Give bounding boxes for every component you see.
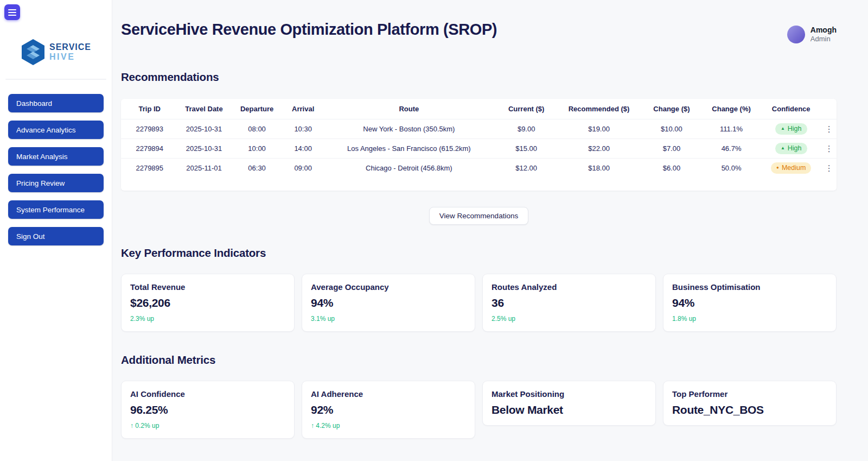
- recommendations-table: Trip ID Travel Date Departure Arrival Ro…: [121, 99, 837, 178]
- cell-recommended: $22.00: [557, 139, 641, 159]
- kpi-delta: 3.1% up: [311, 315, 466, 323]
- logo-wordmark: SERVICE HIVE: [49, 42, 91, 61]
- confidence-label: Medium: [782, 164, 806, 172]
- hamburger-menu-button[interactable]: [4, 4, 20, 20]
- metric-label: AI Confidence: [130, 389, 285, 399]
- cell-confidence: ● Medium: [761, 159, 821, 178]
- kpi-label: Average Occupancy: [311, 282, 466, 292]
- cell-change-pct: 46.7%: [702, 139, 761, 159]
- recommendations-heading: Recommendations: [121, 71, 837, 84]
- kpi-heading: Key Performance Indicators: [121, 247, 837, 260]
- user-chip[interactable]: Amogh Admin: [787, 25, 837, 44]
- sidebar-item-sign-out[interactable]: Sign Out: [8, 227, 104, 245]
- cell-arrival: 10:30: [284, 119, 322, 139]
- confidence-badge-high: ▲ High: [775, 123, 807, 135]
- kpi-value: 94%: [672, 296, 827, 310]
- sidebar: SERVICE HIVE Dashboard Advance Analytics…: [0, 0, 112, 461]
- kpi-card-total-revenue: Total Revenue $26,206 2.3% up: [121, 274, 295, 332]
- sidebar-item-market-analysis[interactable]: Market Analysis: [8, 147, 104, 166]
- table-row: 2279895 2025-11-01 06:30 09:00 Chicago -…: [121, 159, 837, 178]
- cell-route: Chicago - Detroit (456.8km): [322, 159, 496, 178]
- col-arrival: Arrival: [284, 99, 322, 119]
- metric-card-top-performer: Top Performer Route_NYC_BOS: [663, 381, 837, 426]
- cell-change-pct: 50.0%: [702, 159, 761, 178]
- servicehive-hexagon-icon: [21, 39, 46, 66]
- cell-change-pct: 111.1%: [702, 119, 761, 139]
- col-recommended: Recommended ($): [557, 99, 641, 119]
- dot-icon: ●: [776, 166, 779, 170]
- metric-value: Below Market: [492, 403, 647, 416]
- metric-card-ai-confidence: AI Confidence 96.25% ↑ 0.2% up: [121, 381, 295, 439]
- view-recommendations-row: View Recommendations: [121, 207, 837, 225]
- col-departure: Departure: [229, 99, 284, 119]
- cell-trip-id: 2279894: [121, 139, 178, 159]
- cell-travel-date: 2025-10-31: [178, 139, 230, 159]
- hamburger-icon: [8, 9, 16, 10]
- metric-label: AI Adherence: [311, 389, 466, 399]
- row-kebab-menu-icon[interactable]: ⋮: [825, 164, 833, 172]
- logo-line2: HIVE: [49, 52, 91, 62]
- cell-trip-id: 2279895: [121, 159, 178, 178]
- metric-value: 96.25%: [130, 403, 285, 416]
- kpi-delta: 2.5% up: [492, 315, 647, 323]
- triangle-up-icon: ▲: [781, 127, 785, 131]
- cell-current: $12.00: [496, 159, 557, 178]
- col-current: Current ($): [496, 99, 557, 119]
- kpi-label: Routes Analyzed: [492, 282, 647, 292]
- triangle-up-icon: ▲: [781, 146, 785, 150]
- kpi-value: $26,206: [130, 296, 285, 310]
- metric-delta: ↑ 0.2% up: [130, 422, 285, 430]
- kpi-value: 94%: [311, 296, 466, 310]
- confidence-label: High: [788, 144, 802, 152]
- cell-route: New York - Boston (350.5km): [322, 119, 496, 139]
- cell-departure: 10:00: [229, 139, 284, 159]
- additional-metrics-heading: Additional Metrics: [121, 353, 837, 367]
- logo-line1: SERVICE: [49, 42, 91, 52]
- user-role: Admin: [810, 35, 837, 44]
- kpi-card-business-optimisation: Business Optimisation 94% 1.8% up: [663, 274, 837, 332]
- sidebar-divider: [5, 79, 106, 80]
- kpi-card-routes-analyzed: Routes Analyzed 36 2.5% up: [482, 274, 656, 332]
- cell-departure: 06:30: [229, 159, 284, 178]
- view-recommendations-button[interactable]: View Recommendations: [429, 207, 528, 225]
- cell-confidence: ▲ High: [761, 139, 821, 159]
- additional-card-grid: AI Confidence 96.25% ↑ 0.2% up AI Adhere…: [121, 381, 837, 439]
- col-actions: [821, 99, 837, 119]
- cell-recommended: $19.00: [557, 119, 641, 139]
- kpi-value: 36: [492, 296, 647, 310]
- avatar[interactable]: [787, 26, 805, 43]
- cell-actions: ⋮: [821, 159, 837, 178]
- page-title: ServiceHive Revenue Optimization Platfor…: [121, 21, 497, 39]
- sidebar-item-system-performance[interactable]: System Performance: [8, 200, 104, 219]
- col-change-usd: Change ($): [641, 99, 702, 119]
- table-row: 2279893 2025-10-31 08:00 10:30 New York …: [121, 119, 837, 139]
- row-kebab-menu-icon[interactable]: ⋮: [825, 125, 833, 133]
- metric-label: Market Positioning: [492, 389, 647, 399]
- cell-travel-date: 2025-10-31: [178, 119, 230, 139]
- cell-departure: 08:00: [229, 119, 284, 139]
- cell-arrival: 14:00: [284, 139, 322, 159]
- cell-change-usd: $10.00: [641, 119, 702, 139]
- sidebar-item-pricing-review[interactable]: Pricing Review: [8, 174, 104, 192]
- page-header: ServiceHive Revenue Optimization Platfor…: [121, 21, 837, 52]
- user-meta: Amogh Admin: [810, 25, 837, 44]
- col-trip-id: Trip ID: [121, 99, 178, 119]
- metric-value: Route_NYC_BOS: [672, 403, 827, 416]
- metric-card-market-positioning: Market Positioning Below Market: [482, 381, 656, 426]
- kpi-card-average-occupancy: Average Occupancy 94% 3.1% up: [302, 274, 475, 332]
- kpi-card-grid: Total Revenue $26,206 2.3% up Average Oc…: [121, 274, 837, 332]
- row-kebab-menu-icon[interactable]: ⋮: [825, 144, 833, 153]
- cell-current: $15.00: [496, 139, 557, 159]
- sidebar-item-dashboard[interactable]: Dashboard: [8, 94, 104, 112]
- table-header-row: Trip ID Travel Date Departure Arrival Ro…: [121, 99, 837, 119]
- table-row: 2279894 2025-10-31 10:00 14:00 Los Angel…: [121, 139, 837, 159]
- col-route: Route: [322, 99, 496, 119]
- cell-change-usd: $6.00: [641, 159, 702, 178]
- col-travel-date: Travel Date: [178, 99, 230, 119]
- cell-recommended: $18.00: [557, 159, 641, 178]
- cell-travel-date: 2025-11-01: [178, 159, 230, 178]
- cell-current: $9.00: [496, 119, 557, 139]
- kpi-label: Total Revenue: [130, 282, 285, 292]
- confidence-label: High: [788, 125, 802, 132]
- sidebar-item-advance-analytics[interactable]: Advance Analytics: [8, 121, 104, 139]
